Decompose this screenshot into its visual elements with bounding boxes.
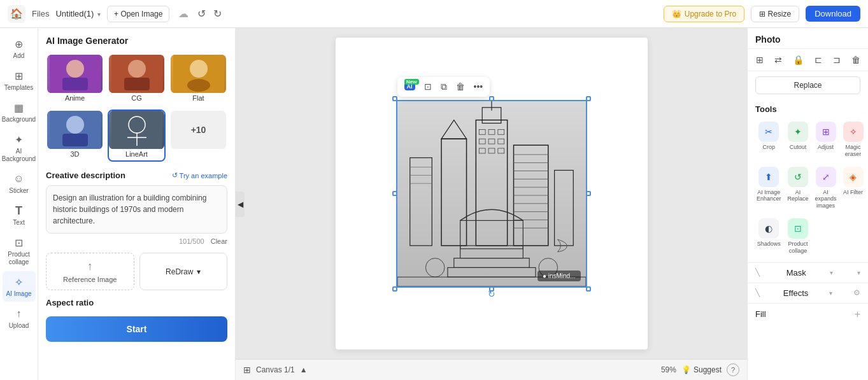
flip-tool-button[interactable]: ⇄ [772, 53, 784, 67]
photo-toolbar: ⊞ ⇄ 🔒 ⊏ ⊐ 🗑 [748, 49, 868, 71]
ai-expands-icon: ⤢ [816, 167, 836, 187]
tool-ai-replace-label: AI Replace [788, 189, 809, 203]
document-title[interactable]: Untitled(1) ▾ [55, 9, 101, 18]
tool-magic-eraser-label: Magic eraser [843, 144, 864, 158]
sidebar-item-templates[interactable]: ⊞ Templates [3, 65, 36, 95]
upgrade-button[interactable]: 👑 Upgrade to Pro [664, 6, 744, 22]
resize-handle-tr[interactable] [586, 96, 591, 101]
description-text[interactable]: Design an illustration for a building co… [46, 185, 227, 234]
tool-ai-replace[interactable]: ↺ AI Replace [786, 164, 810, 212]
download-button[interactable]: Download [806, 6, 860, 22]
reference-image-button[interactable]: ↑ Reference Image [46, 253, 134, 290]
canvas-area: ◀ AI New ⊡ ⧉ 🗑 [236, 28, 747, 380]
open-image-button[interactable]: + Open Image [107, 6, 169, 22]
canvas-bottom-bar: ⊞ Canvas 1/1 ▲ 59% 💡 Suggest ? [236, 359, 747, 380]
style-anime[interactable]: Anime [46, 53, 104, 106]
adjust-icon: ⊞ [816, 122, 836, 142]
ai-badge: AI New [404, 83, 415, 90]
svg-rect-16 [397, 101, 586, 286]
mask-collapse-button[interactable]: ▾ [857, 269, 860, 276]
left-sidebar: ⊕ Add ⊞ Templates ▦ Background ✦ AI Back… [0, 28, 38, 380]
sidebar-item-ai-bg-label: AI Background [2, 148, 36, 163]
undo-button[interactable]: ↺ [195, 6, 208, 21]
shadows-icon: ◐ [758, 218, 779, 239]
ai-edit-button[interactable]: AI New [401, 81, 418, 92]
resize-handle-tl[interactable] [392, 96, 397, 101]
more-button[interactable]: ••• [471, 80, 487, 94]
photo-title: Photo [755, 34, 781, 45]
suggest-icon: 💡 [681, 365, 691, 374]
char-count-row: 101/500 Clear [46, 237, 227, 245]
tool-ai-filter[interactable]: ◈ AI Filter [842, 164, 865, 212]
sidebar-item-add[interactable]: ⊕ Add [3, 33, 36, 64]
sidebar-item-sticker[interactable]: ☺ Sticker [3, 168, 36, 199]
align-left-button[interactable]: ⊏ [813, 53, 824, 67]
aspect-ratio-section: Aspect ratio [46, 298, 227, 307]
sidebar-item-upload[interactable]: ↑ Upload [3, 303, 36, 334]
sidebar-item-text[interactable]: T Text [3, 200, 36, 230]
creative-desc-header: Creative description ↺ Try an example [46, 171, 227, 180]
sidebar-item-ai-background[interactable]: ✦ AI Background [3, 129, 36, 167]
crop-icon: ✂ [758, 122, 779, 142]
tool-shadows[interactable]: ◐ Shadows [755, 216, 783, 257]
canvas-label: Canvas 1/1 [256, 365, 295, 374]
svg-rect-5 [124, 78, 150, 90]
align-right-button[interactable]: ⊐ [831, 53, 843, 67]
cloud-icon: ☁ [178, 8, 189, 20]
resize-handle-mr[interactable] [586, 191, 591, 196]
start-button[interactable]: Start [46, 316, 227, 342]
effects-settings-icon[interactable]: ⚙ [853, 288, 860, 297]
new-badge: New [404, 79, 418, 85]
style-flat[interactable]: Flat [169, 53, 227, 106]
panel-collapse-handle[interactable]: ◀ [236, 192, 245, 217]
resize-handle-br[interactable] [586, 286, 591, 292]
suggest-button[interactable]: 💡 Suggest [681, 365, 722, 374]
tool-crop[interactable]: ✂ Crop [755, 119, 783, 160]
resize-handle-ml[interactable] [392, 191, 397, 196]
delete-tool-button[interactable]: 🗑 [850, 53, 862, 67]
cutout-icon: ✦ [788, 122, 808, 142]
panel-title: AI Image Generator [46, 36, 227, 46]
effects-diagonal-icon: ╲ [755, 288, 760, 297]
resize-handle-tm[interactable] [489, 96, 494, 101]
redo-button[interactable]: ↻ [211, 6, 224, 21]
redraw-button[interactable]: ReDraw ▾ [139, 253, 228, 290]
effects-title: Effects [783, 288, 809, 298]
lock-tool-button[interactable]: 🔒 [791, 53, 806, 67]
svg-point-7 [190, 60, 208, 78]
tool-ai-enhancer-label: AI Image Enhancer [757, 189, 781, 203]
crop-tool-button[interactable]: ⊡ [421, 80, 435, 94]
home-icon[interactable]: 🏠 [8, 5, 25, 23]
help-button[interactable]: ? [727, 363, 739, 376]
delete-button[interactable]: 🗑 [453, 80, 468, 94]
files-link[interactable]: Files [32, 9, 49, 18]
fill-add-button[interactable]: + [855, 309, 860, 320]
resize-button[interactable]: ⊞ Resize [751, 6, 799, 22]
tool-cutout[interactable]: ✦ Cutout [786, 119, 810, 160]
product-collage-icon: ⊡ [12, 236, 26, 250]
style-cg[interactable]: CG [108, 53, 166, 106]
duplicate-button[interactable]: ⧉ [438, 80, 450, 94]
clear-button[interactable]: Clear [211, 237, 227, 245]
tool-adjust[interactable]: ⊞ Adjust [814, 119, 838, 160]
resize-handle-bl[interactable] [392, 286, 397, 292]
try-example-button[interactable]: ↺ Try an example [172, 171, 227, 179]
tool-magic-eraser[interactable]: ✧ Magic eraser [842, 119, 865, 160]
image-container[interactable]: AI New ⊡ ⧉ 🗑 ••• [396, 100, 587, 288]
expand-canvas-icon[interactable]: ▲ [300, 365, 308, 374]
layers-tool-button[interactable]: ⊞ [754, 53, 765, 67]
tool-ai-enhancer[interactable]: ⬆ AI Image Enhancer [755, 164, 783, 212]
sidebar-item-add-label: Add [13, 52, 25, 60]
style-3d[interactable]: 3D [46, 109, 104, 162]
watermark: ● insMind... [537, 271, 581, 281]
style-lineart[interactable]: LineArt [108, 109, 166, 162]
tool-product-collage[interactable]: ⊡ Product collage [786, 216, 810, 257]
sidebar-item-product-collage[interactable]: ⊡ Product collage [3, 232, 36, 270]
sidebar-item-background[interactable]: ▦ Background [3, 97, 36, 127]
style-more[interactable]: +10 [169, 109, 227, 162]
sidebar-item-ai-image[interactable]: ✧ AI Image [3, 271, 36, 302]
rotate-handle[interactable]: ↻ [488, 289, 495, 299]
char-count: 101/500 [179, 237, 204, 245]
tool-ai-expands[interactable]: ⤢ AI expands images [814, 164, 838, 212]
replace-button[interactable]: Replace [755, 76, 860, 94]
